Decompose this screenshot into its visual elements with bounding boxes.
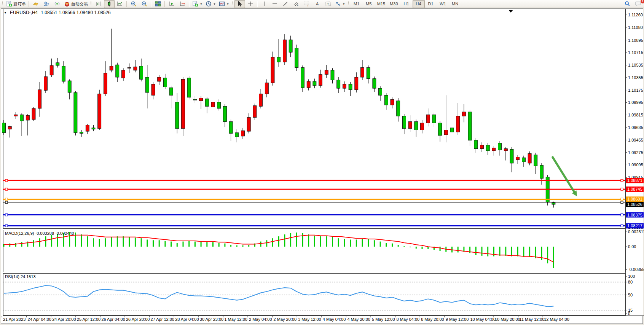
candle-body	[145, 77, 149, 92]
toolbar-grip[interactable]	[232, 1, 233, 7]
macd-scale-label: 0.002311	[628, 229, 644, 234]
timeframe-button-h1[interactable]: H1	[400, 0, 413, 8]
candle-body	[2, 123, 6, 133]
toolbar-grip[interactable]	[2, 1, 3, 7]
line-handle[interactable]	[5, 225, 8, 227]
candle-body	[253, 106, 257, 118]
timeframe-button-d1[interactable]: D1	[425, 0, 437, 8]
line-handle[interactable]	[5, 201, 8, 204]
candle-body	[169, 88, 173, 95]
search-icon	[624, 1, 630, 7]
horizontal-line-button[interactable]	[269, 0, 280, 8]
timeframe-button-w1[interactable]: W1	[437, 0, 449, 8]
text-icon: A	[314, 1, 320, 7]
toolbar-grip[interactable]	[348, 1, 349, 7]
time-tick-label: 3 May 12:00	[298, 317, 321, 322]
bar-chart-button[interactable]	[93, 0, 104, 8]
templates-button[interactable]: ▼	[217, 0, 231, 8]
separator	[164, 1, 165, 7]
text-button[interactable]: A	[312, 0, 323, 8]
chart-canvas[interactable]: 1.112601.110801.108951.107151.105351.103…	[0, 0, 644, 325]
periods-button[interactable]: ▼	[204, 0, 217, 8]
zoom-in-button[interactable]	[128, 0, 139, 8]
zoom-in-icon	[131, 1, 137, 7]
candle-body	[444, 130, 448, 135]
timeframe-button-m15[interactable]: M15	[375, 0, 387, 8]
zoom-out-button[interactable]	[139, 0, 150, 8]
candle-body	[86, 125, 89, 131]
candle-body	[151, 84, 155, 95]
candle-body	[211, 102, 215, 107]
candlestick-chart-button[interactable]	[104, 0, 115, 8]
pane-border	[3, 9, 625, 229]
candle-body	[62, 66, 65, 81]
time-tick-label: 4 May 20:00	[347, 317, 370, 322]
candle-body	[522, 158, 525, 162]
auto-scroll-button[interactable]	[166, 0, 177, 8]
community-button[interactable]	[41, 0, 52, 8]
notifications-button[interactable]: 1	[633, 0, 643, 8]
candle-body	[140, 66, 143, 80]
one-click-trading-toggle-icon[interactable]: ▼	[4, 11, 7, 14]
search-button[interactable]	[622, 0, 633, 8]
candle-body	[552, 203, 555, 205]
timeframe-button-m30[interactable]: M30	[387, 0, 400, 8]
candle-body	[175, 102, 179, 129]
auto-trading-label: 自动交易	[71, 1, 88, 7]
line-price-label: 1.08745	[626, 186, 644, 192]
text-label-button[interactable]: T	[323, 0, 333, 8]
tile-windows-button[interactable]	[153, 0, 163, 8]
bar-chart-icon	[96, 1, 102, 7]
rsi-scale-label: 50	[628, 293, 633, 297]
timeframe-button-m1[interactable]: M1	[351, 0, 363, 8]
line-handle[interactable]	[621, 179, 623, 182]
template-icon	[219, 1, 225, 7]
time-tick-label: 1 May 12:00	[224, 317, 247, 322]
line-handle[interactable]	[621, 201, 623, 204]
candle-body	[182, 79, 185, 128]
line-handle[interactable]	[5, 188, 8, 190]
separator	[29, 1, 29, 7]
dropdown-caret-icon: ▼	[226, 3, 229, 5]
line-handle[interactable]	[621, 188, 623, 190]
fibonacci-button[interactable]: F	[301, 0, 312, 8]
crosshair-button[interactable]	[245, 0, 256, 8]
auto-scroll-icon	[169, 1, 175, 7]
candle-body	[193, 99, 197, 100]
signals-button[interactable]	[52, 0, 62, 8]
line-handle[interactable]	[5, 179, 8, 182]
chart-shift-button[interactable]	[177, 0, 188, 8]
equidistant-channel-button[interactable]: E	[291, 0, 301, 8]
new-order-button[interactable]: 新订单	[5, 0, 27, 8]
timeframe-button-h4[interactable]: H4	[413, 0, 425, 8]
svg-text:1.08375: 1.08375	[627, 213, 642, 217]
trendline-button[interactable]	[280, 0, 291, 8]
timeframe-button-m5[interactable]: M5	[363, 0, 375, 8]
toolbar-grip[interactable]	[91, 1, 92, 7]
cursor-button[interactable]	[234, 0, 245, 8]
candle-body	[468, 112, 472, 140]
arrows-shapes-button[interactable]: ▼	[333, 0, 347, 8]
candle-body	[450, 128, 454, 132]
market-button[interactable]	[30, 0, 41, 8]
rsi-scale-label: 100	[628, 274, 635, 279]
candle-body	[438, 123, 442, 135]
line-handle[interactable]	[621, 214, 623, 216]
svg-text:T: T	[327, 2, 329, 6]
timeframe-button-mn[interactable]: MN	[449, 0, 461, 8]
indicators-button[interactable]: ▼	[191, 0, 204, 8]
line-handle[interactable]	[621, 225, 623, 227]
candle-body	[56, 63, 59, 65]
line-handle[interactable]	[5, 198, 8, 200]
line-chart-button[interactable]	[115, 0, 125, 8]
vertical-line-icon	[261, 1, 267, 7]
auto-trading-button[interactable]: 自动交易	[62, 0, 89, 8]
svg-text:F: F	[308, 5, 309, 7]
price-scale[interactable]: 1.112601.110801.108951.107151.105351.103…	[625, 9, 644, 316]
candlestick-chart-icon	[106, 1, 112, 7]
svg-text:1.08745: 1.08745	[627, 187, 642, 191]
macd-scale-label: -0.003555	[628, 267, 644, 272]
vertical-line-button[interactable]	[259, 0, 269, 8]
line-handle[interactable]	[621, 198, 623, 200]
line-handle[interactable]	[5, 214, 8, 216]
